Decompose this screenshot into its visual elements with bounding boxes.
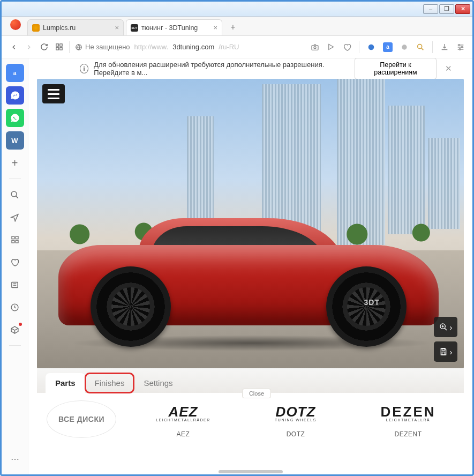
car-wheel-front (326, 266, 407, 347)
save-icon (439, 347, 448, 356)
viewer-controls: › › (434, 317, 457, 362)
tab-title: Lumpics.ru (43, 24, 76, 32)
play-icon[interactable] (327, 43, 335, 51)
url-host: 3dtuning.com (172, 43, 214, 51)
car-viewer[interactable]: 3DT › › (37, 79, 464, 368)
new-tab-button[interactable]: + (227, 21, 239, 34)
svg-line-29 (445, 328, 447, 330)
window-minimize-button[interactable]: – (423, 4, 438, 14)
brand-name: DEZENT (395, 430, 422, 438)
chevron-right-icon: › (450, 347, 453, 356)
notification-text: Для обновления расширений требуются допо… (94, 61, 349, 77)
globe-icon (75, 43, 82, 51)
opera-sidebar: a W + ⋯ (2, 58, 28, 474)
svg-rect-20 (12, 236, 14, 239)
sidebar-whatsapp-icon[interactable] (6, 109, 24, 127)
svg-marker-7 (329, 44, 334, 49)
brand-all-label: ВСЕ ДИСКИ (47, 400, 116, 438)
svg-rect-0 (56, 44, 58, 46)
svg-rect-2 (56, 48, 58, 50)
sidebar-speeddial-icon[interactable] (6, 230, 24, 249)
separator (69, 41, 70, 53)
app-window: – ❐ ✕ Lumpics.ru × 3DT тюнинг - 3DTuning… (0, 0, 474, 476)
opera-logo-icon[interactable] (10, 19, 21, 30)
viewer-menu-button[interactable] (42, 84, 65, 103)
browser-body: a W + ⋯ i Для обновления расширений треб… (2, 58, 472, 474)
brand-logo-text: AEZ (169, 406, 198, 418)
brand-all-wheels[interactable]: ВСЕ ДИСКИ (47, 400, 116, 438)
zoom-button[interactable]: › (434, 317, 457, 337)
window-maximize-button[interactable]: ❐ (439, 4, 454, 14)
svg-point-15 (458, 44, 460, 46)
sidebar-history-icon[interactable] (6, 298, 24, 316)
shield-icon[interactable] (367, 43, 375, 51)
browser-tab-active[interactable]: 3DT тюнинг - 3DTuning × (126, 19, 222, 35)
camera-icon[interactable] (311, 43, 319, 51)
brand-item[interactable]: AEZ LEICHTMETALLRÄDER AEZ (138, 400, 229, 438)
download-icon[interactable] (440, 43, 449, 51)
heart-icon[interactable] (343, 43, 351, 51)
nav-forward-button[interactable] (24, 42, 34, 52)
brand-logo-text: DEZEN (380, 406, 435, 418)
tab-close-icon[interactable]: × (115, 24, 119, 32)
url-display[interactable]: Не защищено http://www.3dtuning.com/ru-R… (75, 43, 239, 51)
security-label: Не защищено (85, 43, 130, 51)
brand-logo-sub: TUNING WHEELS (275, 418, 317, 422)
sidebar-bookmarks-icon[interactable] (6, 253, 24, 271)
tab-parts[interactable]: Parts (46, 373, 85, 393)
extension-notification-bar: i Для обновления расширений требуются до… (80, 58, 455, 79)
sidebar-messenger-icon[interactable] (6, 86, 24, 105)
easy-setup-icon[interactable] (456, 43, 465, 51)
window-titlebar: – ❐ ✕ (2, 2, 472, 17)
svg-rect-1 (59, 44, 62, 46)
svg-rect-23 (16, 240, 18, 243)
svg-point-10 (418, 44, 422, 48)
address-actions: a (311, 41, 465, 53)
sidebar-vk-icon[interactable]: W (6, 131, 24, 150)
extensions-icon[interactable] (400, 43, 409, 51)
tab-close-icon[interactable]: × (213, 24, 217, 32)
brand-logo-text: DOTZ (276, 406, 316, 418)
brand-logo: DEZEN LEICHTMETALLRÄ (363, 400, 454, 427)
favicon-icon (32, 24, 40, 32)
svg-rect-33 (442, 352, 445, 355)
security-indicator[interactable]: Не защищено (75, 43, 130, 51)
url-path: /ru-RU (219, 43, 239, 51)
brand-logo-sub: LEICHTMETALLRÄ (386, 418, 430, 422)
speed-dial-icon[interactable] (54, 42, 64, 52)
svg-rect-3 (59, 48, 62, 50)
parts-tabs: Parts Finishes Settings Close (37, 368, 464, 393)
nav-back-button[interactable] (9, 42, 19, 52)
tab-settings[interactable]: Settings (134, 373, 182, 393)
chevron-right-icon: › (450, 323, 453, 332)
translate-icon[interactable]: a (383, 42, 393, 52)
zoom-in-icon (439, 323, 448, 331)
sidebar-flow-icon[interactable] (6, 208, 24, 226)
tab-finishes[interactable]: Finishes (85, 373, 134, 393)
dismiss-notification-button[interactable]: ✕ (442, 64, 455, 73)
tab-title: тюнинг - 3DTuning (141, 24, 198, 32)
browser-tab[interactable]: Lumpics.ru × (27, 19, 124, 35)
goto-extensions-button[interactable]: Перейти к расширениям (355, 58, 437, 79)
brand-logo: DOTZ TUNING WHEELS (250, 400, 341, 427)
brand-item[interactable]: DEZEN LEICHTMETALLRÄ DEZENT (363, 400, 454, 438)
close-panel-button[interactable]: Close (242, 389, 271, 398)
svg-point-6 (314, 46, 316, 48)
page-content: i Для обновления расширений требуются до… (28, 58, 472, 474)
search-icon[interactable] (416, 43, 425, 51)
svg-rect-32 (442, 348, 445, 350)
window-close-button[interactable]: ✕ (455, 4, 470, 14)
favicon-icon: 3DT (131, 24, 138, 32)
save-button[interactable]: › (434, 341, 457, 362)
sidebar-extensions-icon[interactable] (6, 321, 24, 339)
brand-item[interactable]: DOTZ TUNING WHEELS DOTZ (250, 400, 341, 438)
sidebar-add-button[interactable]: + (6, 154, 24, 172)
svg-line-11 (422, 48, 424, 50)
sidebar-separator (9, 178, 21, 179)
sidebar-more-button[interactable]: ⋯ (6, 450, 24, 468)
sidebar-search-icon[interactable] (6, 185, 24, 204)
horizontal-scrollbar[interactable] (219, 470, 283, 473)
sidebar-news-icon[interactable] (6, 276, 24, 294)
reload-button[interactable] (39, 42, 49, 52)
sidebar-translate-icon[interactable]: a (6, 64, 24, 82)
